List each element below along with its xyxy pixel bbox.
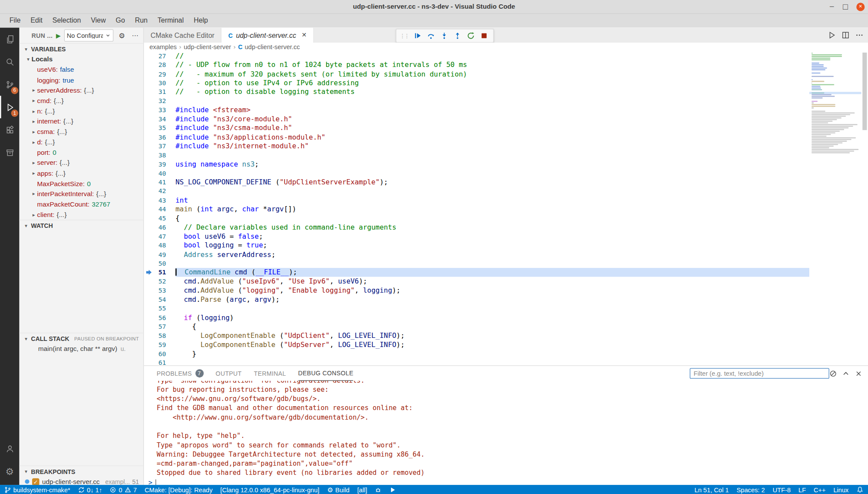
step-into-button[interactable] <box>438 30 450 42</box>
activity-item-explorer[interactable] <box>0 28 20 50</box>
variable-row-MaxPacketSize[interactable]: MaxPacketSize: 0 <box>20 178 144 189</box>
menu-run[interactable]: Run <box>130 15 153 27</box>
status-language-mode[interactable]: C++ <box>814 486 826 493</box>
current-line-arrow-icon[interactable] <box>144 268 154 277</box>
variable-row-cmd[interactable]: ▸ cmd: {...} <box>20 96 144 106</box>
code-line-42[interactable]: 42 <box>144 187 809 196</box>
code-line-58[interactable]: 58 LogComponentEnable ("UdpClient", LOG_… <box>144 331 809 340</box>
code-line-59[interactable]: 59 LogComponentEnable ("UdpServer", LOG_… <box>144 340 809 349</box>
stop-button[interactable] <box>478 30 490 42</box>
menu-edit[interactable]: Edit <box>26 15 47 27</box>
code-line-55[interactable]: 55 <box>144 304 809 313</box>
panel-tab-terminal[interactable]: TERMINAL <box>254 366 286 381</box>
code-line-43[interactable]: 43 int <box>144 196 809 205</box>
stack-frame-row[interactable]: main(int argc, char ** argv) u. <box>20 344 144 354</box>
activity-item-account[interactable] <box>0 437 20 460</box>
variable-row-useV6[interactable]: useV6: false <box>20 65 144 75</box>
activity-item-extensions[interactable] <box>0 118 20 141</box>
code-line-49[interactable]: 49 Address serverAddress; <box>144 250 809 259</box>
code-line-57[interactable]: 57 { <box>144 322 809 331</box>
menu-selection[interactable]: Selection <box>47 15 86 27</box>
code-line-35[interactable]: 35 #include "ns3/csma-module.h" <box>144 124 809 133</box>
code-line-37[interactable]: 37 #include "ns3/internet-module.h" <box>144 142 809 151</box>
code-line-45[interactable]: 45 { <box>144 214 809 223</box>
status-eol[interactable]: LF <box>798 486 806 493</box>
variable-row-csma[interactable]: ▸ csma: {...} <box>20 127 144 137</box>
variables-header[interactable]: ▾ VARIABLES <box>20 44 144 54</box>
gear-icon[interactable]: ⚙ <box>117 31 127 40</box>
code-line-28[interactable]: 28 // - UDP flow from n0 to n1 of 1024 b… <box>144 60 809 70</box>
breakpoints-header[interactable]: ▾ BREAKPOINTS <box>20 466 144 477</box>
code-line-47[interactable]: 47 bool useV6 = false; <box>144 232 809 241</box>
panel-tab-problems[interactable]: PROBLEMS 7 <box>157 366 204 381</box>
run-file-icon[interactable] <box>828 31 836 39</box>
editor-tab-cmake-cache-editor[interactable]: CMake Cache Editor <box>144 28 222 43</box>
activity-item-archive-box[interactable] <box>0 141 20 164</box>
maximize-panel-icon[interactable] <box>842 370 850 377</box>
start-debug-icon[interactable]: ▶ <box>56 32 61 39</box>
minimize-icon[interactable]: − <box>829 3 835 10</box>
status-cmake-status[interactable]: CMake: [Debug]: Ready <box>145 486 213 493</box>
activity-item-search[interactable] <box>0 50 20 73</box>
status-cmake-build[interactable]: ⚙Build <box>327 486 349 494</box>
variable-row-server[interactable]: ▸ server: {...} <box>20 158 144 168</box>
code-line-32[interactable]: 32 <box>144 97 809 106</box>
status-notifications[interactable] <box>856 486 864 494</box>
code-line-36[interactable]: 36 #include "ns3/applications-module.h" <box>144 133 809 142</box>
close-tab-icon[interactable]: ✕ <box>302 32 307 39</box>
variable-row-client[interactable]: ▸ client: {...} <box>20 210 144 220</box>
drag-handle-icon[interactable]: ⋮⋮ <box>400 33 408 39</box>
code-line-50[interactable]: 50 <box>144 259 809 268</box>
code-line-40[interactable]: 40 <box>144 169 809 178</box>
breadcrumb-item[interactable]: examples <box>150 44 177 50</box>
status-run-launch[interactable] <box>389 486 396 493</box>
code-line-60[interactable]: 60 } <box>144 349 809 358</box>
activity-item-source-control[interactable]: 6 <box>0 73 20 96</box>
code-line-30[interactable]: 30 // - option to use IPv4 or IPv6 addre… <box>144 79 809 88</box>
code-line-33[interactable]: 33 #include <fstream> <box>144 106 809 115</box>
status-git-sync[interactable]: 0↓ 1↑ <box>78 486 102 493</box>
call-stack-header[interactable]: ▾ CALL STACK PAUSED ON BREAKPOINT <box>20 333 144 344</box>
close-icon[interactable]: ✕ <box>856 3 865 11</box>
code-line-39[interactable]: 39 using namespace ns3; <box>144 160 809 169</box>
variable-row-port[interactable]: port: 0 <box>20 147 144 158</box>
variable-row-serverAddress[interactable]: ▸ serverAddress: {...} <box>20 85 144 96</box>
status-cmake-kit[interactable]: [Clang 12.0.0 x86_64-pc-linux-gnu] <box>220 486 320 493</box>
menu-view[interactable]: View <box>86 15 110 27</box>
menu-file[interactable]: File <box>4 15 26 27</box>
code-line-48[interactable]: 48 bool logging = true; <box>144 241 809 250</box>
status-os[interactable]: Linux <box>833 486 848 493</box>
code-line-53[interactable]: 53 cmd.AddValue ("logging", "Enable logg… <box>144 286 809 295</box>
code-area[interactable]: 27 // 28 // - UDP flow from n0 to n1 of … <box>144 51 809 365</box>
variable-row-logging[interactable]: logging: true <box>20 75 144 85</box>
code-line-38[interactable]: 38 <box>144 151 809 160</box>
activity-item-run-and-debug[interactable]: 1 <box>0 96 20 118</box>
variable-row-maxPacketCount[interactable]: maxPacketCount: 32767 <box>20 199 144 210</box>
variable-row-d[interactable]: ▸ d: {...} <box>20 137 144 147</box>
variable-row-internet[interactable]: ▸ internet: {...} <box>20 116 144 127</box>
code-line-52[interactable]: 52 cmd.AddValue ("useIpv6", "Use Ipv6", … <box>144 277 809 286</box>
close-panel-icon[interactable] <box>855 370 862 377</box>
scope-row-locals[interactable]: ▾ Locals <box>20 54 144 65</box>
maximize-icon[interactable]: □ <box>842 3 848 10</box>
menu-terminal[interactable]: Terminal <box>153 15 189 27</box>
debug-console-output[interactable]: Type "show configuration" for configurat… <box>144 381 868 485</box>
code-line-46[interactable]: 46 // Declare variables used in command-… <box>144 223 809 232</box>
code-line-44[interactable]: 44 main (int argc, char *argv[]) <box>144 205 809 214</box>
code-line-27[interactable]: 27 // <box>144 51 809 60</box>
step-out-button[interactable] <box>452 30 464 42</box>
code-line-54[interactable]: 54 cmd.Parse (argc, argv); <box>144 295 809 304</box>
restart-button[interactable] <box>465 30 477 42</box>
variable-row-n[interactable]: ▸ n: {...} <box>20 106 144 117</box>
console-input-row[interactable]: > <box>148 479 868 485</box>
code-line-51[interactable]: 51 CommandLine cmd (__FILE__); <box>144 268 809 277</box>
menu-help[interactable]: Help <box>189 15 213 27</box>
status-build-target[interactable]: [all] <box>357 486 367 493</box>
breadcrumb-item[interactable]: udp-client-server <box>184 44 231 50</box>
code-line-41[interactable]: 41 NS_LOG_COMPONENT_DEFINE ("UdpClientSe… <box>144 178 809 187</box>
scrollbar-thumb[interactable] <box>862 53 867 130</box>
more-actions-icon[interactable]: ⋯ <box>130 32 140 40</box>
split-editor-icon[interactable] <box>841 31 850 39</box>
clear-console-icon[interactable] <box>829 370 837 377</box>
breakpoint-checkbox[interactable]: ✓ <box>32 478 40 486</box>
